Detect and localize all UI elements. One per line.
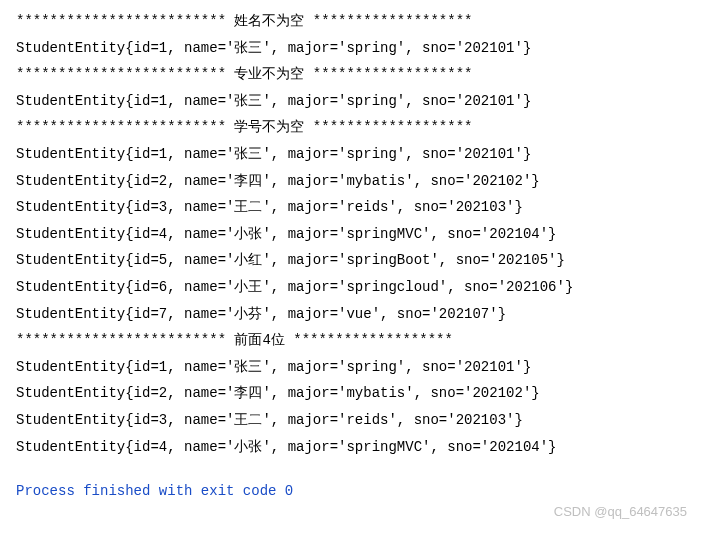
console-line: StudentEntity{id=1, name='张三', major='sp… bbox=[16, 354, 691, 381]
console-line: StudentEntity{id=3, name='王二', major='re… bbox=[16, 407, 691, 434]
console-line: StudentEntity{id=2, name='李四', major='my… bbox=[16, 168, 691, 195]
console-line: StudentEntity{id=1, name='张三', major='sp… bbox=[16, 35, 691, 62]
console-line: StudentEntity{id=6, name='小王', major='sp… bbox=[16, 274, 691, 301]
console-line: StudentEntity{id=1, name='张三', major='sp… bbox=[16, 88, 691, 115]
console-line: StudentEntity{id=4, name='小张', major='sp… bbox=[16, 434, 691, 461]
console-line: StudentEntity{id=7, name='小芬', major='vu… bbox=[16, 301, 691, 328]
console-line: ************************* 学号不为空 ********… bbox=[16, 114, 691, 141]
console-line: ************************* 专业不为空 ********… bbox=[16, 61, 691, 88]
console-line: ************************* 姓名不为空 ********… bbox=[16, 8, 691, 35]
console-line: StudentEntity{id=1, name='张三', major='sp… bbox=[16, 141, 691, 168]
console-line: StudentEntity{id=3, name='王二', major='re… bbox=[16, 194, 691, 221]
process-exit-line: Process finished with exit code 0 bbox=[16, 478, 691, 505]
console-output: ************************* 姓名不为空 ********… bbox=[16, 8, 691, 505]
console-line: StudentEntity{id=2, name='李四', major='my… bbox=[16, 380, 691, 407]
console-line: StudentEntity{id=4, name='小张', major='sp… bbox=[16, 221, 691, 248]
console-line: ************************* 前面4位 *********… bbox=[16, 327, 691, 354]
console-line: StudentEntity{id=5, name='小红', major='sp… bbox=[16, 247, 691, 274]
